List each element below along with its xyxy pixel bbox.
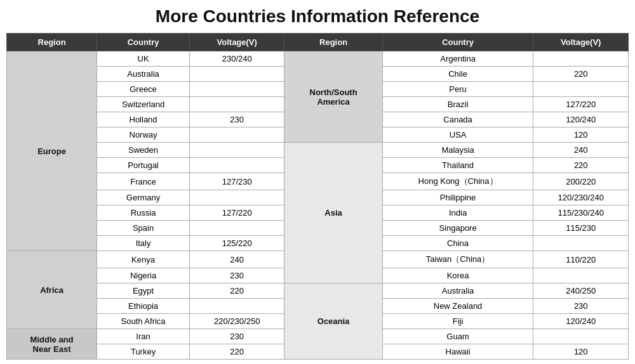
voltage-cell-right: 200/220 [533,173,629,190]
header-region-left: Region [7,34,97,51]
country-cell-left: France [97,173,190,190]
voltage-cell-left [189,143,284,158]
voltage-cell-right: 127/220 [533,97,629,112]
voltage-cell-right: 120/240 [533,314,629,329]
country-cell-left: Holland [97,112,190,127]
country-cell-right: India [382,205,533,221]
region-cell-right: Asia [284,143,382,283]
country-cell-right: USA [382,127,533,143]
voltage-cell-right: 220 [533,67,629,82]
country-cell-right: Philippine [382,190,533,205]
country-cell-right: Brazil [382,97,533,112]
header-country-right: Country [382,34,533,51]
voltage-cell-left: 220/230/250 [189,314,284,329]
voltage-cell-right: 240 [533,143,629,158]
voltage-cell-right [533,236,629,251]
voltage-cell-right [533,268,629,283]
country-cell-right: Fiji [382,314,533,329]
voltage-cell-left: 240 [189,251,284,268]
country-cell-left: Egypt [97,283,190,299]
header-region-right: Region [284,34,382,51]
region-cell-right: Oceania [284,283,382,360]
voltage-cell-left [189,82,284,97]
country-cell-right: Canada [382,112,533,127]
voltage-cell-right: 110/220 [533,251,629,268]
page-title: More Countries Information Reference [156,6,479,27]
voltage-cell-left: 230 [189,112,284,127]
voltage-cell-right: 120/240 [533,112,629,127]
header-country-left: Country [97,34,190,51]
country-cell-left: Nigeria [97,268,190,283]
country-cell-left: Turkey [97,344,190,360]
country-cell-left: Norway [97,127,190,143]
voltage-cell-right: 230 [533,299,629,314]
header-voltage-left: Voltage(V) [189,34,284,51]
country-cell-right: Thailand [382,158,533,173]
country-cell-right: Guam [382,329,533,344]
region-cell-right: North/South America [284,51,382,143]
voltage-cell-right: 220 [533,158,629,173]
country-cell-left: South Africa [97,314,190,329]
region-cell-left: Middle and Near East [7,329,97,360]
country-cell-left: Germany [97,190,190,205]
country-cell-left: Switzerland [97,97,190,112]
voltage-cell-left [189,299,284,314]
voltage-cell-left [189,158,284,173]
voltage-cell-right [533,82,629,97]
voltage-cell-left: 220 [189,344,284,360]
country-cell-right: Hong Kong（China） [382,173,533,190]
country-cell-left: Australia [97,67,190,82]
voltage-cell-left [189,221,284,236]
voltage-cell-left: 220 [189,283,284,299]
header-voltage-right: Voltage(V) [533,34,629,51]
voltage-cell-right: 115/230 [533,221,629,236]
country-cell-right: New Zealand [382,299,533,314]
voltage-cell-left [189,97,284,112]
voltage-cell-left: 125/220 [189,236,284,251]
voltage-cell-right: 120/230/240 [533,190,629,205]
country-cell-right: Malaysia [382,143,533,158]
countries-table: Region Country Voltage(V) Region Country… [6,33,629,360]
voltage-cell-left [189,67,284,82]
country-cell-left: Greece [97,82,190,97]
country-cell-right: Taiwan（China） [382,251,533,268]
country-cell-left: Spain [97,221,190,236]
voltage-cell-right: 240/250 [533,283,629,299]
country-cell-left: Sweden [97,143,190,158]
region-cell-left: Africa [7,251,97,329]
voltage-cell-left: 230/240 [189,51,284,67]
country-cell-left: Russia [97,205,190,221]
voltage-cell-right [533,51,629,67]
country-cell-right: Peru [382,82,533,97]
country-cell-left: UK [97,51,190,67]
country-cell-right: Singapore [382,221,533,236]
country-cell-right: Australia [382,283,533,299]
voltage-cell-left: 230 [189,268,284,283]
country-cell-right: Korea [382,268,533,283]
country-cell-right: Argentina [382,51,533,67]
voltage-cell-left [189,127,284,143]
country-cell-left: Italy [97,236,190,251]
country-cell-right: Hawaii [382,344,533,360]
country-cell-left: Kenya [97,251,190,268]
voltage-cell-left [189,190,284,205]
country-cell-left: Iran [97,329,190,344]
voltage-cell-left: 127/230 [189,173,284,190]
voltage-cell-left: 230 [189,329,284,344]
voltage-cell-right: 115/230/240 [533,205,629,221]
country-cell-right: China [382,236,533,251]
country-cell-left: Portugal [97,158,190,173]
voltage-cell-right [533,329,629,344]
voltage-cell-left: 127/220 [189,205,284,221]
region-cell-left: Europe [7,51,97,251]
country-cell-right: Chile [382,67,533,82]
voltage-cell-right: 120 [533,344,629,360]
country-cell-left: Ethiopia [97,299,190,314]
voltage-cell-right: 120 [533,127,629,143]
